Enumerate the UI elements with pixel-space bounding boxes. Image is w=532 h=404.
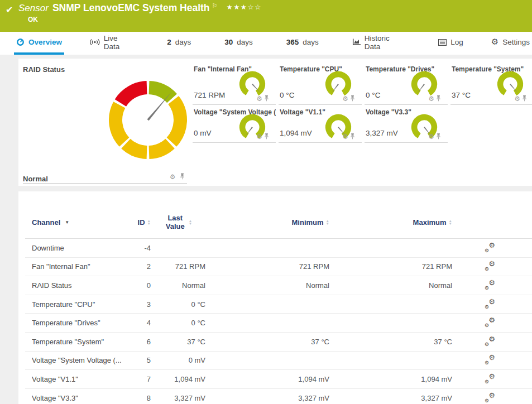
gauge-value: 0 °C — [366, 91, 380, 99]
channel-name[interactable]: Temperature "CPU" — [32, 300, 130, 309]
channel-id: 3 — [130, 300, 151, 309]
channel-maximum: 721 RPM — [329, 262, 452, 271]
channel-settings-icon[interactable]: ⚙⚙ — [485, 374, 495, 383]
channel-id: 4 — [130, 319, 151, 327]
edit-channel-gear-icon[interactable]: ⚙ — [342, 133, 348, 141]
channel-settings-icon[interactable]: ⚙⚙ — [485, 393, 495, 402]
stars-empty[interactable]: ☆☆ — [248, 3, 262, 11]
overview-gauges-panel: RAID Status Normal ⚙ Fan "Internal Fan" — [18, 59, 532, 186]
gauge-title: Voltage "V3.3" — [366, 108, 411, 116]
gauge-value: 0 mV — [194, 129, 212, 137]
edit-channel-gear-icon[interactable]: ⚙ — [428, 95, 434, 103]
channel-settings-icon[interactable]: ⚙⚙ — [485, 299, 495, 308]
gauge-value: 1,094 mV — [280, 129, 312, 137]
sensor-status-banner: ✔ SensorSNMP LenovoEMC System Health⚐★★★… — [0, 0, 532, 32]
channel-settings-icon[interactable]: ⚙⚙ — [485, 355, 495, 364]
channel-settings-icon[interactable]: ⚙⚙ — [485, 280, 495, 289]
channel-name[interactable]: Voltage "System Voltage (... — [32, 356, 130, 364]
channel-last-value: 721 RPM — [151, 262, 205, 271]
pin-icon[interactable] — [436, 133, 441, 140]
tab-historic-data[interactable]: Historic Data — [350, 32, 407, 55]
table-row: Downtime -4 ⚙⚙ — [25, 239, 532, 258]
table-row: Temperature "System" 6 37 °C 37 °C 37 °C… — [25, 333, 532, 352]
channel-settings-icon[interactable]: ⚙⚙ — [485, 261, 495, 270]
channel-id: 7 — [130, 375, 151, 383]
table-row: Temperature "CPU" 3 0 °C ⚙⚙ — [25, 295, 532, 314]
channel-settings-icon[interactable]: ⚙⚙ — [485, 336, 495, 345]
edit-channel-gear-icon[interactable]: ⚙ — [342, 95, 348, 103]
header-minimum[interactable]: Minimum ▲▼ — [205, 218, 329, 227]
pin-icon[interactable] — [264, 95, 269, 102]
tab-365-days-number: 365 — [286, 38, 299, 46]
table-row: Voltage "System Voltage (... 5 0 mV ⚙⚙ — [25, 352, 532, 371]
tab-365-days-unit: days — [303, 38, 319, 46]
channel-minimum: 3,327 mV — [205, 394, 329, 402]
edit-channel-gear-icon[interactable]: ⚙ — [256, 95, 262, 103]
header-id[interactable]: ID ▲▼ — [130, 218, 151, 227]
channel-name[interactable]: RAID Status — [32, 281, 130, 290]
edit-channel-gear-icon[interactable]: ⚙ — [428, 133, 434, 141]
channel-name[interactable]: Voltage "V3.3" — [32, 394, 130, 402]
channel-name[interactable]: Fan "Internal Fan" — [32, 262, 130, 271]
tab-365-days[interactable]: 365 days — [284, 32, 321, 55]
channel-last-value: Normal — [151, 281, 205, 290]
table-row: Fan "Internal Fan" 2 721 RPM 721 RPM 721… — [25, 258, 532, 277]
pin-icon[interactable] — [350, 133, 355, 140]
live-signal-icon — [90, 39, 100, 46]
tab-log[interactable]: Log — [436, 32, 466, 55]
edit-channel-gear-icon[interactable]: ⚙ — [514, 95, 520, 103]
channel-name[interactable]: Temperature "System" — [32, 338, 130, 346]
channel-id: 8 — [130, 394, 151, 402]
channel-name[interactable]: Temperature "Drives" — [32, 319, 130, 327]
tab-overview-label: Overview — [28, 38, 62, 46]
gauge-temp-drives: Temperature "Drives" 0 °C ⚙ — [365, 62, 448, 105]
channel-minimum: Normal — [205, 281, 329, 290]
pin-icon[interactable] — [180, 173, 185, 180]
priority-stars[interactable]: ★★★☆☆ — [226, 3, 262, 11]
edit-channel-gear-icon[interactable]: ⚙ — [256, 133, 262, 141]
divider — [23, 183, 187, 184]
sort-icon[interactable]: ▲▼ — [189, 219, 192, 225]
table-row: Voltage "V1.1" 7 1,094 mV 1,094 mV 1,094… — [25, 370, 532, 389]
channel-settings-icon[interactable]: ⚙⚙ — [485, 318, 495, 326]
channel-id: 2 — [130, 262, 151, 271]
tab-settings[interactable]: ⚙ Settings — [489, 32, 532, 55]
gauge-voltage-v33: Voltage "V3.3" 3,327 mV ⚙ — [365, 105, 448, 143]
flag-icon[interactable]: ⚐ — [212, 2, 218, 9]
pin-icon[interactable] — [436, 95, 441, 102]
stars-filled[interactable]: ★★★ — [226, 3, 247, 11]
channel-maximum: 37 °C — [329, 338, 452, 346]
table-row: Temperature "Drives" 4 0 °C ⚙⚙ — [25, 314, 532, 333]
gauge-value: 3,327 mV — [366, 129, 398, 137]
channel-id: 6 — [130, 338, 151, 346]
sensor-tab-bar: Overview Live Data 2 days 30 days 365 da… — [0, 32, 532, 55]
tab-30-days-number: 30 — [224, 38, 233, 46]
channel-maximum: Normal — [329, 281, 452, 290]
channel-name[interactable]: Downtime — [32, 244, 130, 252]
header-last-value[interactable]: Last Value ▲▼ — [151, 214, 205, 230]
gauge-value: 0 °C — [280, 91, 294, 99]
tab-30-days[interactable]: 30 days — [222, 32, 255, 55]
table-row: Voltage "V3.3" 8 3,327 mV 3,327 mV 3,327… — [25, 389, 532, 404]
pin-icon[interactable] — [350, 95, 355, 102]
pin-icon[interactable] — [522, 95, 527, 102]
tab-2-days-unit: days — [175, 38, 191, 46]
gauge-voltage-v11: Voltage "V1.1" 1,094 mV ⚙ — [279, 105, 362, 143]
pin-icon[interactable] — [264, 133, 269, 140]
channel-table-panel: Channel ▼ ID ▲▼ Last Value ▲▼ Minimum ▲▼… — [18, 191, 532, 404]
chevron-down-icon[interactable]: ▼ — [65, 220, 69, 225]
sensor-status-text: OK — [28, 16, 38, 23]
header-channel[interactable]: Channel ▼ — [32, 218, 130, 227]
channel-last-value: 0 °C — [151, 319, 205, 327]
channel-settings-icon[interactable]: ⚙⚙ — [485, 243, 495, 252]
edit-channel-gear-icon[interactable]: ⚙ — [170, 173, 176, 181]
channel-id: 0 — [130, 281, 151, 290]
raid-gauge-actions: ⚙ — [170, 172, 185, 182]
header-maximum[interactable]: Maximum ▲▼ — [329, 218, 452, 227]
tab-overview[interactable]: Overview — [14, 32, 64, 55]
tab-2-days[interactable]: 2 days — [165, 32, 193, 55]
channel-name[interactable]: Voltage "V1.1" — [32, 375, 130, 383]
tab-live-data[interactable]: Live Data — [88, 32, 136, 55]
tab-log-label: Log — [450, 38, 463, 46]
sort-icon[interactable]: ▲▼ — [449, 219, 452, 225]
